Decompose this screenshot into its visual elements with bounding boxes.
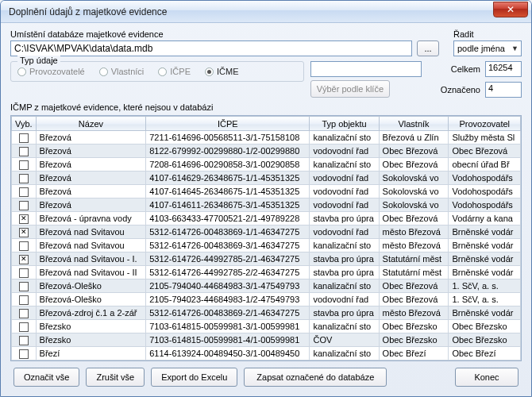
table-row[interactable]: Březová nad Svitavou5312-614726-00483869… — [12, 239, 521, 252]
cell-typ: stavba pro úpra — [310, 266, 379, 279]
typ-fieldset: Typ údaje ProvozovateléVlastníciIČPEIČME — [10, 61, 304, 82]
cell-typ: vodovodní řad — [310, 225, 379, 239]
export-excel-button[interactable]: Export do Excelu — [151, 368, 237, 387]
radio-provozovatelé[interactable]: Provozovatelé — [17, 67, 85, 76]
select-by-key-button: Výběr podle klíče — [310, 80, 390, 98]
close-icon[interactable]: ✕ — [493, 2, 528, 17]
cell-icpe: 4107-614629-26348675-1/1-45351325 — [146, 172, 310, 185]
checkbox-icon[interactable] — [19, 133, 29, 143]
table-row[interactable]: ✕Březová - úpravna vody4103-663433-47700… — [12, 212, 521, 225]
cell-icpe: 2105-794040-44684983-3/1-47549793 — [146, 279, 310, 293]
table-row[interactable]: Březová4107-614611-26348675-3/1-45351325… — [12, 198, 521, 212]
chevron-down-icon: ▼ — [511, 44, 519, 52]
sort-value: podle jména — [457, 44, 505, 53]
col-0[interactable]: Vyb. — [12, 117, 37, 131]
sort-dropdown[interactable]: podle jména ▼ — [453, 40, 522, 56]
table-row[interactable]: Březová7211-614696-00568511-3/1-75158108… — [12, 131, 521, 145]
cell-nazev: Březová-zdroj č.1 a 2-zář — [36, 306, 146, 320]
checkbox-icon[interactable] — [19, 160, 29, 170]
table-row[interactable]: Březová4107-614629-26348675-1/1-45351325… — [12, 172, 521, 185]
table-row[interactable]: Březová-zdroj č.1 a 2-zář5312-614726-004… — [12, 306, 521, 320]
cell-nazev: Březová nad Svitavou - I. — [36, 252, 146, 266]
cell-vlast: Sokolovská vo — [379, 172, 449, 185]
clear-all-button[interactable]: Zrušit vše — [86, 368, 145, 387]
col-3[interactable]: Typ objektu — [310, 117, 379, 131]
cell-nazev: Březová nad Svitavou — [36, 225, 146, 239]
cell-vlast: město Březová — [379, 225, 449, 239]
table-row[interactable]: Březová8122-679992-00299880-1/2-00299880… — [12, 145, 521, 158]
table-row[interactable]: Březsko7103-614815-00599981-3/1-00599981… — [12, 320, 521, 333]
cell-typ: kanalizační sto — [310, 347, 379, 360]
cell-icpe: 4107-614611-26348675-3/1-45351325 — [146, 198, 310, 212]
total-value: 16254 — [485, 61, 522, 77]
radio-dot-icon — [17, 67, 26, 76]
cell-typ: kanalizační sto — [310, 158, 379, 172]
table-row[interactable]: Březová4107-614645-26348675-1/1-45351325… — [12, 185, 521, 198]
cell-icpe: 2105-794023-44684983-1/2-47549793 — [146, 293, 310, 306]
col-5[interactable]: Provozovatel — [449, 117, 521, 131]
radio-ičpe[interactable]: IČPE — [158, 67, 191, 76]
cell-vlast: Obec Březsko — [379, 333, 449, 347]
cell-vlast: Obec Březová — [379, 145, 449, 158]
cell-nazev: Březová-Oleško — [36, 293, 146, 306]
cell-typ: stavba pro úpra — [310, 306, 379, 320]
titlebar: Doplnění údajů z majetkové evidence ✕ — [1, 1, 531, 23]
cell-typ: vodovodní řad — [310, 185, 379, 198]
table-row[interactable]: Březová-Oleško2105-794023-44684983-1/2-4… — [12, 293, 521, 306]
table-row[interactable]: ✕Březová nad Svitavou5312-614726-0048386… — [12, 225, 521, 239]
cell-typ: stavba pro úpra — [310, 212, 379, 225]
col-4[interactable]: Vlastník — [379, 117, 449, 131]
cell-nazev: Březová — [36, 172, 146, 185]
cell-prov: Brněnské vodár — [449, 306, 521, 320]
col-1[interactable]: Název — [36, 117, 146, 131]
cell-icpe: 4103-663433-47700521-2/1-49789228 — [146, 212, 310, 225]
checkbox-icon[interactable] — [19, 241, 29, 251]
data-grid[interactable]: Vyb.NázevIČPETyp objektuVlastníkProvozov… — [10, 115, 522, 361]
checkbox-icon[interactable] — [19, 295, 29, 305]
cell-icpe: 7103-614815-00599981-4/1-00599981 — [146, 333, 310, 347]
checkbox-icon[interactable] — [19, 268, 29, 278]
table-row[interactable]: Březí6114-613924-00489450-3/1-00489450ka… — [12, 347, 521, 360]
checkbox-icon[interactable] — [19, 201, 29, 210]
table-row[interactable]: Březová7208-614696-00290858-3/1-00290858… — [12, 158, 521, 172]
checkbox-icon[interactable] — [19, 336, 29, 345]
table-row[interactable]: ✕Březová nad Svitavou - I.5312-614726-44… — [12, 252, 521, 266]
table-row[interactable]: Březsko7103-614815-00599981-4/1-00599981… — [12, 333, 521, 347]
checkbox-icon[interactable] — [19, 147, 29, 156]
cell-nazev: Březová-Oleško — [36, 279, 146, 293]
cell-typ: kanalizační sto — [310, 131, 379, 145]
radio-vlastníci[interactable]: Vlastníci — [99, 67, 145, 76]
checkbox-icon[interactable]: ✕ — [19, 255, 29, 264]
checkbox-icon[interactable] — [19, 174, 29, 183]
cell-typ: vodovodní řad — [310, 172, 379, 185]
radio-ičme[interactable]: IČME — [205, 67, 239, 76]
write-db-button[interactable]: Zapsat označené do databáze — [244, 368, 387, 387]
cell-prov: Obec Březsko — [449, 333, 521, 347]
checkbox-icon[interactable] — [19, 322, 29, 332]
close-button[interactable]: Konec — [455, 368, 519, 387]
table-row[interactable]: Březová nad Svitavou - II5312-614726-449… — [12, 266, 521, 279]
browse-button[interactable]: ... — [417, 40, 439, 56]
cell-nazev: Březová — [36, 145, 146, 158]
checkbox-icon[interactable] — [19, 282, 29, 291]
cell-vlast: Obec Březová — [379, 279, 449, 293]
checkbox-icon[interactable]: ✕ — [19, 214, 29, 224]
cell-nazev: Březová nad Svitavou — [36, 239, 146, 252]
sort-label: Řadit — [453, 29, 522, 39]
cell-nazev: Březová — [36, 198, 146, 212]
checkbox-icon[interactable] — [19, 187, 29, 197]
key-input[interactable] — [310, 61, 422, 77]
col-2[interactable]: IČPE — [146, 117, 310, 131]
checkbox-icon[interactable] — [19, 309, 29, 318]
cell-typ: kanalizační sto — [310, 320, 379, 333]
cell-prov: Brněnské vodár — [449, 252, 521, 266]
db-path-input[interactable] — [10, 40, 412, 56]
cell-icpe: 5312-614726-00483869-1/1-46347275 — [146, 225, 310, 239]
cell-prov: Obec Březová — [449, 145, 521, 158]
checkbox-icon[interactable] — [19, 349, 29, 359]
cell-typ: vodovodní řad — [310, 145, 379, 158]
cell-vlast: Obec Březová — [379, 158, 449, 172]
select-all-button[interactable]: Označit vše — [13, 368, 79, 387]
checkbox-icon[interactable]: ✕ — [19, 228, 29, 237]
table-row[interactable]: Březová-Oleško2105-794040-44684983-3/1-4… — [12, 279, 521, 293]
